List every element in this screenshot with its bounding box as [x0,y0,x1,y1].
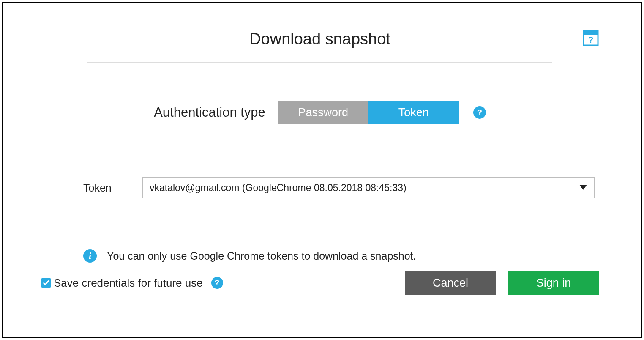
cancel-button[interactable]: Cancel [405,271,496,295]
auth-type-password-button[interactable]: Password [278,101,368,124]
info-text: You can only use Google Chrome tokens to… [107,250,416,262]
save-credentials-label: Save credentials for future use [54,277,203,290]
save-credentials-wrap: Save credentials for future use ? [41,277,223,290]
token-select-wrap: vkatalov@gmail.com (GoogleChrome 08.05.2… [142,177,595,198]
info-icon: i [83,249,97,263]
svg-text:?: ? [588,35,593,44]
auth-type-help-icon[interactable]: ? [473,106,486,119]
auth-type-token-button[interactable]: Token [368,101,459,124]
dialog-buttons: Cancel Sign in [405,271,599,295]
save-credentials-help-icon[interactable]: ? [211,277,223,289]
token-select[interactable]: vkatalov@gmail.com (GoogleChrome 08.05.2… [142,177,595,198]
bottom-row: Save credentials for future use ? Cancel… [41,271,599,295]
token-field-label: Token [83,182,126,194]
token-row: Token vkatalov@gmail.com (GoogleChrome 0… [41,177,599,198]
save-credentials-checkbox[interactable] [41,278,51,288]
title-divider [87,62,552,63]
info-row: i You can only use Google Chrome tokens … [41,249,599,263]
dialog-title: Download snapshot [41,28,599,48]
auth-type-row: Authentication type Password Token ? [41,101,599,124]
auth-type-label: Authentication type [154,105,265,120]
help-window-icon[interactable]: ? [583,30,599,46]
svg-rect-1 [584,31,598,35]
download-snapshot-dialog: Download snapshot ? Authentication type … [2,2,642,338]
title-row: Download snapshot ? [41,28,599,58]
sign-in-button[interactable]: Sign in [508,271,599,295]
auth-type-segmented: Password Token [278,101,459,124]
